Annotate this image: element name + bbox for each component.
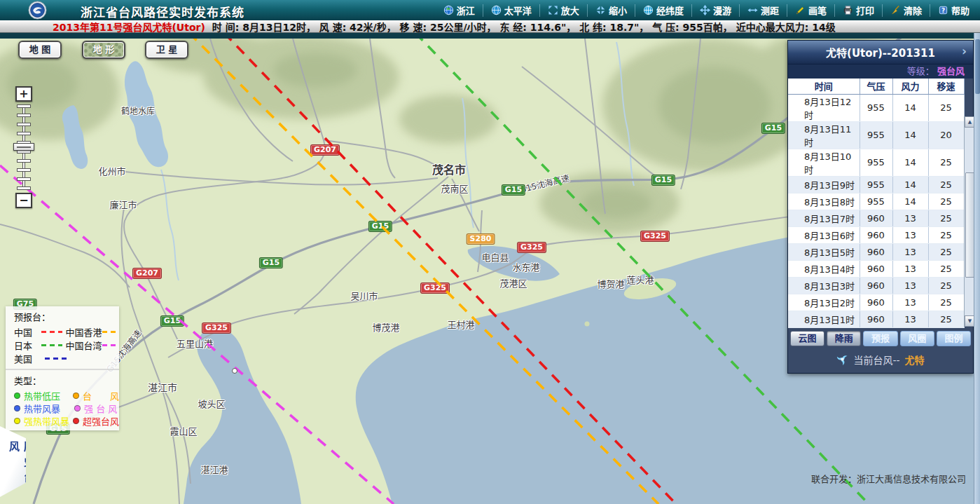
legend-track-swatch [102,344,119,346]
toolbar-label: 测距 [761,4,779,17]
track-table-row[interactable]: 8月13日6时9601325 [788,226,964,243]
panel-title-bar: 尤特(Utor)--201311 › [788,41,973,64]
tab-wind-circle[interactable]: 风圈 [900,331,934,346]
toolbar-label: 缩小 [609,4,627,17]
pen-button[interactable]: 画笔 [787,4,834,17]
legend-type-label: 超强台风 [83,414,119,428]
zoom-out-map-button[interactable]: − [15,193,32,208]
toolbar-label: 帮助 [951,4,969,17]
legend-agency-label: 美国 [14,352,45,365]
pan-icon [700,5,710,15]
zoom-slider[interactable] [15,104,32,190]
track-table-row[interactable]: 8月13日4时9601325 [788,260,964,277]
toolbar-label: 太平洋 [504,4,532,17]
zoom-out-icon [595,5,606,15]
track-table-row[interactable]: 8月13日1时9601325 [788,311,964,327]
panel-title: 尤特(Utor)--201311 [826,45,935,60]
track-point-marker[interactable] [233,369,237,374]
legend-track-swatch [41,331,62,333]
legend-type-label: 台 风 [83,389,119,402]
track-table: 时间气压风力移速 8月13日12时95514258月13日11时95514208… [788,79,965,328]
track-table-row[interactable]: 8月13日11时9551420 [788,121,964,149]
legend-track-swatch [45,357,69,360]
track-table-row[interactable]: 8月13日5时9601325 [788,243,964,260]
tab-cloud[interactable]: 云图 [790,331,824,346]
print-icon [843,5,853,15]
typhoon-name: 2013年第11号强台风尤特(Utor) [53,20,205,34]
panel-expand-arrow[interactable]: › [962,44,967,58]
track-table-row[interactable]: 8月13日8时9551425 [788,193,964,210]
toolbar-label: 放大 [561,4,579,17]
panel-tabs: 云图 降雨 预报 风圈 图例 [788,328,973,346]
track-table-row[interactable]: 8月13日12时9551425 [788,94,964,121]
legend-agency-label: 日本 [14,339,41,352]
table-scrollbar[interactable]: ▲ ▼ [964,116,974,327]
toolbar-label: 漫游 [713,4,731,17]
track-table-row[interactable]: 8月13日9时9551425 [788,176,964,193]
base-layer-satellite-button[interactable]: 卫 星 [145,41,188,59]
level-label: 等级： [907,66,934,76]
current-typhoon-row: 当前台风--尤特 [788,346,973,373]
legend-track-swatch [102,331,119,333]
legend-forecast-title: 预报台： [14,310,119,323]
track-table-row[interactable]: 8月13日10时9551425 [788,149,964,176]
zoom-out-button[interactable]: 缩小 [587,4,635,17]
current-typhoon-name[interactable]: 尤特 [905,353,925,367]
toolbar-label: 浙江 [457,4,475,17]
help-icon: ? [938,5,948,15]
base-layer-terrain-button[interactable]: 地 形 [82,41,125,59]
typhoon-detail-panel: 尤特(Utor)--201311 › 等级： 强台风 时间气压风力移速 8月13… [787,40,974,374]
legend-type-dot [14,418,20,424]
print-button[interactable]: 打印 [834,4,882,17]
legend-type-dot [73,418,79,424]
header-bar: 浙江省台风路径实时发布系统 浙江 太平洋 放大 缩小 经纬度 漫游 测距 [0,0,980,20]
legend-type-label: 热带低压 [24,389,73,402]
toolbar-label: 画笔 [808,4,827,17]
measure-button[interactable]: 测距 [739,4,787,17]
legend-type-label: 热带风暴 [24,402,74,415]
zhejiang-globe-icon [443,5,454,15]
tab-legend[interactable]: 图例 [937,331,971,346]
legend-agency-label: 中国台湾 [66,339,103,352]
typhoon-details: 时 间: 8月13日12时， 风 速: 42米/秒， 移 速: 25公里/小时，… [212,20,836,34]
track-table-row[interactable]: 8月13日2时9601325 [788,294,964,311]
base-layer-map-button[interactable]: 地 图 [18,41,62,59]
toolbar-label: 经纬度 [656,4,684,17]
tab-forecast[interactable]: 预报 [863,331,897,346]
legend-type-dot [14,405,20,411]
forecast-track [224,39,676,504]
legend-type-label: 强热带风暴 [24,414,73,428]
tab-rain[interactable]: 降雨 [827,331,861,346]
page-title: 浙江省台风路径实时发布系统 [81,3,244,20]
zoom-in-button[interactable]: 放大 [539,4,587,17]
pan-button[interactable]: 漫游 [691,4,739,17]
level-value: 强台风 [937,66,965,76]
clear-button[interactable]: 清除 [882,4,930,17]
lat-lon-button[interactable]: 经纬度 [635,4,691,17]
legend-agency-label: 中国香港 [66,325,103,339]
typhoon-info-bar: 2013年第11号强台风尤特(Utor) 时 间: 8月13日12时， 风 速:… [0,20,980,33]
pacific-button[interactable]: 太平洋 [483,4,539,17]
table-column-header: 气压 [860,79,892,94]
zoom-in-icon [548,5,558,15]
measure-icon [747,5,758,15]
legend-type-dot [14,393,20,399]
legend-type-dot [73,393,79,399]
zoom-slider-handle[interactable] [13,143,34,151]
track-table-row[interactable]: 8月13日7时9601325 [788,210,964,226]
table-column-header: 移速 [928,79,964,94]
legend-panel: 预报台： 中国中国香港日本中国台湾美国 类型： 热带低压台 风热带风暴强 台 风… [6,306,119,430]
forecast-track [189,39,658,504]
legend-agency-label: 中国 [14,325,41,339]
help-button[interactable]: ? 帮助 [930,4,977,17]
zoom-in-map-button[interactable]: + [15,86,32,102]
legend-type-title: 类型： [14,374,119,387]
zhejiang-button[interactable]: 浙江 [436,4,483,17]
track-table-row[interactable]: 8月13日3时9601325 [788,277,964,294]
page-scrollbar[interactable] [974,33,980,504]
map-zoom-control: + − [15,86,39,208]
clear-icon [890,5,901,15]
page-scrollbar-thumb[interactable] [975,39,980,94]
pacific-globe-icon [491,5,502,15]
track-table-wrap: 时间气压风力移速 8月13日12时95514258月13日11时95514208… [788,79,974,328]
